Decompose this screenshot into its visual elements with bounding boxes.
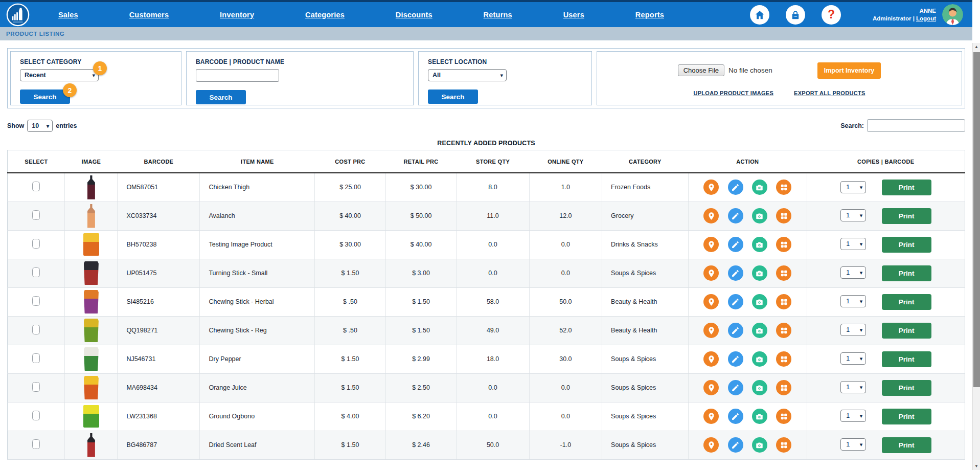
scrollbar-thumb[interactable] — [973, 52, 980, 387]
camera-icon[interactable] — [752, 294, 767, 309]
row-checkbox[interactable] — [32, 411, 40, 420]
barcode-grid-icon[interactable] — [776, 265, 791, 281]
barcode-grid-icon[interactable] — [776, 351, 791, 367]
nav-item-reports[interactable]: Reports — [635, 11, 664, 19]
location-select-wrap: All ▾ — [428, 69, 507, 81]
upload-product-images-link[interactable]: UPLOAD PRODUCT IMAGES — [693, 90, 773, 96]
edit-pencil-icon[interactable] — [728, 294, 743, 309]
help-icon[interactable]: ? — [822, 5, 841, 25]
barcode-grid-icon[interactable] — [776, 180, 791, 195]
row-checkbox[interactable] — [32, 267, 40, 277]
barcode-search-button[interactable]: Search — [196, 90, 246, 104]
barcode-grid-icon[interactable] — [776, 437, 791, 453]
avatar[interactable] — [942, 4, 963, 25]
row-checkbox[interactable] — [32, 382, 40, 392]
edit-pencil-icon[interactable] — [728, 409, 743, 424]
edit-pencil-icon[interactable] — [728, 351, 743, 367]
print-button[interactable]: Print — [882, 237, 931, 253]
scroll-up-icon[interactable]: ▲ — [973, 44, 980, 49]
edit-pencil-icon[interactable] — [728, 437, 743, 453]
location-pin-icon[interactable] — [703, 265, 719, 281]
copies-select[interactable]: 1 — [841, 210, 865, 221]
page-size-select[interactable]: 10 — [28, 120, 52, 131]
print-button[interactable]: Print — [882, 265, 931, 281]
camera-icon[interactable] — [752, 180, 767, 195]
location-pin-icon[interactable] — [703, 380, 719, 395]
print-button[interactable]: Print — [882, 351, 931, 367]
nav-item-returns[interactable]: Returns — [484, 11, 512, 19]
nav-item-users[interactable]: Users — [563, 11, 584, 19]
barcode-grid-icon[interactable] — [776, 237, 791, 252]
print-button[interactable]: Print — [882, 208, 931, 224]
barcode-grid-icon[interactable] — [776, 380, 791, 395]
nav-item-customers[interactable]: Customers — [129, 11, 169, 19]
export-all-products-link[interactable]: EXPORT ALL PRODUCTS — [794, 90, 865, 96]
edit-pencil-icon[interactable] — [728, 323, 743, 338]
print-button[interactable]: Print — [882, 409, 931, 424]
camera-icon[interactable] — [752, 265, 767, 281]
location-pin-icon[interactable] — [703, 437, 719, 453]
print-button[interactable]: Print — [882, 437, 931, 453]
scroll-down-icon[interactable]: ▼ — [973, 464, 980, 468]
app-logo-icon[interactable] — [6, 3, 30, 27]
print-button[interactable]: Print — [882, 323, 931, 339]
camera-icon[interactable] — [752, 380, 767, 395]
logout-link[interactable]: Logout — [916, 15, 936, 21]
row-checkbox[interactable] — [32, 296, 40, 306]
location-pin-icon[interactable] — [703, 323, 719, 338]
print-button[interactable]: Print — [882, 180, 931, 195]
location-pin-icon[interactable] — [703, 294, 719, 309]
copies-select[interactable]: 1 — [841, 182, 865, 193]
location-select[interactable]: All — [428, 70, 506, 81]
print-button[interactable]: Print — [882, 380, 931, 396]
print-button[interactable]: Print — [882, 294, 931, 310]
copies-select[interactable]: 1 — [841, 439, 865, 450]
edit-pencil-icon[interactable] — [728, 265, 743, 281]
barcode-grid-icon[interactable] — [776, 294, 791, 309]
edit-pencil-icon[interactable] — [728, 208, 743, 223]
choose-file-button[interactable]: Choose File — [678, 64, 724, 76]
lock-icon[interactable] — [786, 5, 805, 25]
row-checkbox[interactable] — [32, 325, 40, 334]
camera-icon[interactable] — [752, 208, 767, 223]
location-search-button[interactable]: Search — [428, 89, 478, 104]
nav-item-categories[interactable]: Categories — [305, 11, 345, 19]
row-checkbox[interactable] — [32, 439, 40, 449]
row-checkbox[interactable] — [32, 182, 40, 191]
copies-select[interactable]: 1 — [841, 324, 865, 335]
row-checkbox[interactable] — [32, 239, 40, 249]
camera-icon[interactable] — [752, 437, 767, 453]
copies-select[interactable]: 1 — [841, 353, 865, 364]
import-inventory-button[interactable]: Import Inventory — [817, 62, 881, 79]
copies-select[interactable]: 1 — [841, 238, 865, 250]
camera-icon[interactable] — [752, 323, 767, 338]
copies-select[interactable]: 1 — [841, 410, 865, 421]
edit-pencil-icon[interactable] — [728, 237, 743, 252]
nav-item-sales[interactable]: Sales — [58, 11, 78, 19]
camera-icon[interactable] — [752, 351, 767, 367]
location-pin-icon[interactable] — [703, 180, 719, 195]
location-pin-icon[interactable] — [703, 351, 719, 367]
barcode-grid-icon[interactable] — [776, 323, 791, 338]
camera-icon[interactable] — [752, 237, 767, 252]
location-pin-icon[interactable] — [703, 237, 719, 252]
nav-item-discounts[interactable]: Discounts — [396, 11, 432, 19]
barcode-product-input[interactable] — [196, 69, 279, 82]
table-search-input[interactable] — [867, 119, 965, 132]
home-icon[interactable] — [750, 5, 769, 25]
copies-select[interactable]: 1 — [841, 267, 865, 278]
copies-select[interactable]: 1 — [841, 296, 865, 307]
barcode-grid-icon[interactable] — [776, 208, 791, 223]
nav-item-inventory[interactable]: Inventory — [220, 11, 254, 19]
barcode-grid-icon[interactable] — [776, 409, 791, 424]
location-pin-icon[interactable] — [703, 409, 719, 424]
copies-select[interactable]: 1 — [841, 382, 865, 393]
category-select[interactable]: Recent — [20, 70, 98, 81]
location-pin-icon[interactable] — [703, 208, 719, 223]
row-checkbox[interactable] — [32, 210, 40, 220]
edit-pencil-icon[interactable] — [728, 180, 743, 195]
edit-pencil-icon[interactable] — [728, 380, 743, 395]
vertical-scrollbar[interactable]: ▲ ▼ — [972, 43, 980, 470]
row-checkbox[interactable] — [32, 353, 40, 363]
camera-icon[interactable] — [752, 409, 767, 424]
